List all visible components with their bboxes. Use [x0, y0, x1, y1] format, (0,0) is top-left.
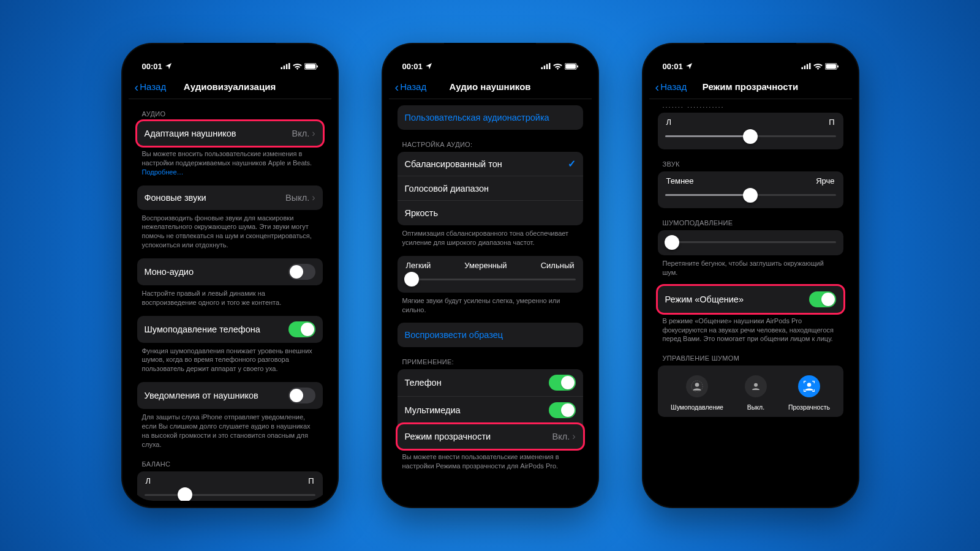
back-label: Назад — [400, 81, 426, 92]
apply-media-toggle[interactable] — [549, 402, 576, 418]
tone-bright-label: Ярче — [816, 176, 834, 186]
headphone-notif-toggle[interactable] — [288, 388, 315, 403]
headphone-notif-group: Уведомления от наушников — [137, 382, 323, 409]
phone-3-frame: 00:01 ‹ Назад Режим прозрачности .......… — [642, 43, 859, 508]
headphone-accommodations-group: Адаптация наушников Вкл. › — [137, 121, 323, 146]
mono-audio-toggle[interactable] — [288, 264, 315, 280]
strength-strong-label: Сильный — [541, 261, 575, 270]
tone-slider[interactable] — [665, 194, 836, 196]
strength-slider[interactable] — [405, 279, 576, 280]
transparency-mode-row[interactable]: Режим прозрачности Вкл. › — [398, 424, 583, 449]
headphone-accommodations-row[interactable]: Адаптация наушников Вкл. › — [137, 121, 323, 146]
svg-rect-6 — [317, 65, 318, 67]
svg-rect-0 — [281, 67, 282, 69]
row-value: Вкл. — [552, 432, 570, 441]
phone-3-screen: 00:01 ‹ Назад Режим прозрачности .......… — [649, 50, 852, 501]
mode-transparency[interactable]: Прозрачность — [788, 375, 830, 411]
noise-footer: Функция шумоподавления понижает уровень … — [137, 343, 323, 374]
accom-footer: Вы можете вносить пользовательские измен… — [137, 146, 323, 177]
checkmark-icon: ✓ — [568, 158, 576, 170]
balance-slider[interactable] — [145, 494, 315, 496]
apply-media-row: Мультимедиа — [398, 397, 583, 424]
scroll-content[interactable]: ....... ............ Л П ЗВУК — [649, 99, 852, 501]
svg-rect-8 — [543, 66, 545, 69]
trans-footer: Вы можете внести пользовательские измене… — [398, 449, 583, 471]
balance-group: Л П — [137, 471, 323, 501]
svg-rect-3 — [288, 63, 290, 69]
svg-rect-17 — [809, 63, 811, 69]
play-sample-row[interactable]: Воспроизвести образец — [398, 323, 583, 347]
row-label: Фоновые звуки — [145, 193, 206, 203]
tone-group: Темнее Ярче — [658, 171, 843, 208]
mode-off[interactable]: Выкл. — [745, 375, 767, 411]
off-icon — [745, 375, 767, 397]
battery-icon — [825, 63, 839, 70]
mono-audio-group: Моно-аудио — [137, 258, 323, 285]
balance-right-label: П — [829, 118, 834, 127]
row-label: Режим прозрачности — [405, 432, 491, 441]
mode-noise-cancellation[interactable]: Шумоподавление — [671, 375, 723, 411]
cellular-icon — [801, 63, 811, 69]
conversation-boost-toggle[interactable] — [809, 291, 836, 307]
custom-setup-group: Пользовательская аудионастройка — [398, 105, 583, 130]
back-button[interactable]: ‹ Назад — [135, 81, 167, 93]
back-label: Назад — [140, 81, 166, 92]
custom-setup-link: Пользовательская аудионастройка — [405, 113, 549, 122]
section-header-control: УПРАВЛЕНИЕ ШУМОМ — [658, 343, 843, 365]
chevron-right-icon: › — [572, 431, 575, 442]
tone-dark-label: Темнее — [666, 176, 694, 186]
back-button[interactable]: ‹ Назад — [395, 81, 427, 93]
wifi-icon — [293, 63, 302, 70]
section-header-balance: БАЛАНС — [137, 449, 323, 471]
balance-header-partial: ....... ............ — [658, 102, 843, 113]
row-label: Уведомления от наушников — [145, 391, 258, 400]
page-title: Аудио наушников — [449, 81, 530, 92]
svg-rect-12 — [565, 64, 576, 69]
location-icon — [685, 62, 693, 70]
section-header-audio: АУДИО — [137, 99, 323, 121]
status-bar: 00:01 — [389, 50, 592, 75]
phone-2-frame: 00:01 ‹ Назад Аудио наушников Пользовате… — [382, 43, 599, 508]
section-header-sound: ЗВУК — [658, 149, 843, 171]
svg-rect-5 — [305, 64, 315, 69]
scroll-content[interactable]: Пользовательская аудионастройка НАСТРОЙК… — [389, 99, 592, 501]
battery-icon — [565, 63, 578, 70]
row-value: Вкл. — [292, 129, 310, 138]
phone-noise-cancel-toggle[interactable] — [288, 321, 315, 337]
location-icon — [165, 62, 172, 70]
strength-slight-label: Легкий — [406, 261, 431, 270]
svg-rect-10 — [549, 63, 551, 69]
phone-1-screen: 00:01 ‹ Назад Аудиовизуализация АУДИО Ад… — [129, 50, 331, 501]
option-balanced-tone[interactable]: Сбалансированный тон ✓ — [398, 152, 583, 176]
notif-footer: Для защиты слуха iPhone отправляет уведо… — [137, 409, 323, 449]
scroll-content[interactable]: АУДИО Адаптация наушников Вкл. › Вы може… — [129, 99, 331, 501]
phone-2-screen: 00:01 ‹ Назад Аудио наушников Пользовате… — [389, 50, 592, 501]
svg-rect-16 — [806, 64, 808, 69]
strength-footer: Мягкие звуки будут усилены слегка, умере… — [398, 293, 583, 315]
back-button[interactable]: ‹ Назад — [655, 81, 687, 93]
transparency-balance-slider[interactable] — [665, 135, 836, 137]
background-sounds-row[interactable]: Фоновые звуки Выкл. › — [137, 186, 323, 210]
option-vocal-range[interactable]: Голосовой диапазон — [398, 176, 583, 201]
balance-right-label: П — [308, 476, 314, 485]
learn-more-link[interactable]: Подробнее… — [142, 168, 184, 176]
cellular-icon — [541, 63, 551, 69]
nav-bar: ‹ Назад Аудиовизуализация — [129, 75, 331, 99]
row-value: Выкл. — [285, 193, 309, 203]
custom-audio-setup-row[interactable]: Пользовательская аудионастройка — [398, 105, 583, 130]
status-icons — [801, 63, 839, 70]
ambient-reduction-slider[interactable] — [665, 241, 836, 243]
svg-rect-20 — [837, 65, 839, 67]
mono-audio-row: Моно-аудио — [137, 258, 323, 285]
headphone-notifications-row: Уведомления от наушников — [137, 382, 323, 409]
section-header-tune: НАСТРОЙКА АУДИО: — [398, 130, 583, 152]
status-time: 00:01 — [142, 62, 162, 71]
battery-icon — [304, 63, 318, 70]
row-label: Шумоподавление телефона — [145, 324, 260, 334]
section-header-noise: ШУМОПОДАВЛЕНИЕ — [658, 208, 843, 230]
svg-rect-7 — [541, 67, 543, 69]
mono-footer: Настройте правый и левый динамик на восп… — [137, 285, 323, 307]
apply-phone-toggle[interactable] — [549, 375, 576, 391]
play-sample-link: Воспроизвести образец — [405, 330, 503, 340]
option-brightness[interactable]: Яркость — [398, 201, 583, 225]
